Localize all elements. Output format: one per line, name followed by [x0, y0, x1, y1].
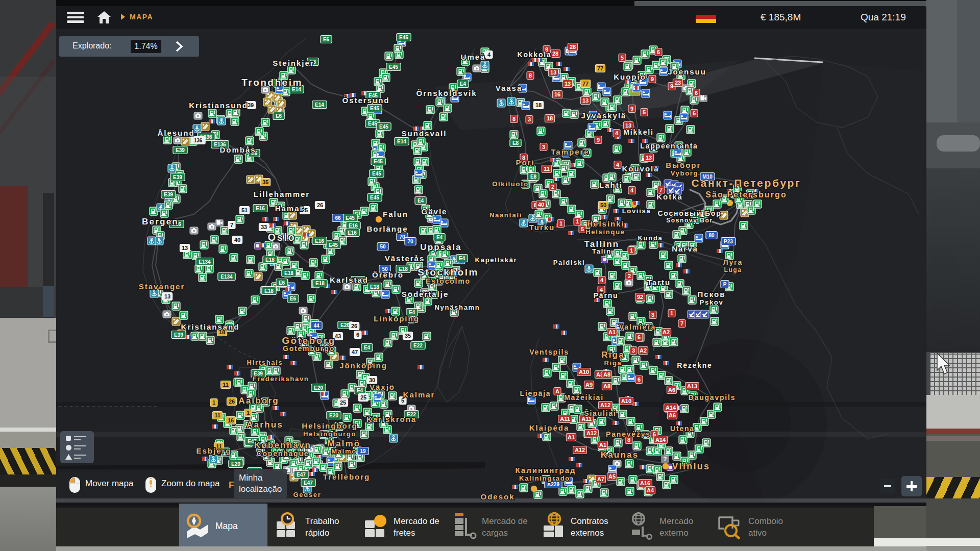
svg-text:7: 7	[230, 222, 233, 228]
svg-text:11: 11	[214, 412, 220, 418]
svg-text:13: 13	[550, 69, 556, 76]
svg-text:E18: E18	[315, 281, 325, 286]
svg-text:40: 40	[538, 202, 544, 208]
svg-text:E6: E6	[276, 113, 282, 119]
svg-text:E47: E47	[297, 472, 306, 478]
svg-text:1: 1	[212, 399, 215, 406]
svg-text:4: 4	[600, 277, 604, 283]
svg-text:16: 16	[554, 91, 560, 97]
svg-text:77: 77	[582, 81, 589, 87]
svg-text:7: 7	[680, 320, 683, 327]
svg-text:Västerås: Västerås	[385, 254, 425, 263]
svg-text:Naantali: Naantali	[489, 211, 522, 219]
svg-text:35: 35	[262, 179, 268, 185]
svg-text:Karlstad: Karlstad	[330, 276, 369, 284]
svg-text:8: 8	[529, 72, 532, 79]
svg-text:3: 3	[542, 144, 545, 150]
svg-text:26: 26	[317, 202, 323, 208]
svg-text:Loviisa: Loviisa	[622, 207, 651, 215]
svg-text:Kotka: Kotka	[656, 192, 683, 201]
svg-text:35: 35	[405, 333, 411, 339]
svg-text:E18: E18	[284, 270, 293, 276]
svg-text:39: 39	[248, 102, 254, 108]
svg-text:Södertälje: Södertälje	[402, 290, 449, 298]
svg-text:13: 13	[164, 293, 170, 299]
svg-text:136: 136	[194, 138, 203, 143]
svg-text:E16: E16	[256, 206, 265, 211]
svg-text:Псков: Псков	[698, 290, 726, 298]
svg-text:7: 7	[659, 187, 663, 193]
svg-text:A229: A229	[547, 482, 559, 487]
svg-text:E39: E39	[176, 147, 185, 153]
svg-text:Rīga: Rīga	[601, 350, 625, 360]
svg-text:92: 92	[637, 294, 643, 300]
svg-text:13: 13	[182, 245, 188, 251]
svg-text:13: 13	[582, 97, 589, 104]
svg-text:E20: E20	[314, 385, 323, 391]
svg-text:Tampere: Tampere	[551, 147, 589, 156]
svg-text:9: 9	[630, 106, 633, 112]
svg-text:40: 40	[234, 237, 240, 243]
svg-text:E14: E14	[315, 102, 324, 108]
svg-text:E14: E14	[397, 139, 406, 144]
svg-text:Nynäshamn: Nynäshamn	[435, 304, 480, 311]
svg-text:5: 5	[581, 226, 584, 232]
svg-text:Stavanger: Stavanger	[139, 282, 185, 291]
svg-text:80: 80	[708, 233, 715, 238]
svg-text:28: 28	[570, 44, 576, 50]
svg-text:1: 1	[630, 247, 633, 254]
svg-text:13: 13	[565, 81, 571, 87]
svg-text:Luga: Luga	[724, 266, 742, 273]
svg-text:11: 11	[544, 166, 550, 172]
svg-text:13: 13	[646, 155, 652, 161]
svg-text:E4: E4	[459, 256, 465, 261]
svg-text:Сосновый Бор: Сосновый Бор	[657, 209, 721, 217]
svg-text:Olkiluoto: Olkiluoto	[492, 180, 529, 188]
svg-text:50: 50	[380, 244, 386, 249]
svg-text:E6: E6	[279, 280, 285, 286]
svg-text:A13: A13	[687, 383, 697, 389]
svg-text:2: 2	[628, 273, 631, 279]
svg-text:E45: E45	[329, 242, 338, 248]
svg-text:5: 5	[621, 55, 624, 61]
svg-text:A4: A4	[647, 487, 654, 493]
svg-text:Rēzekne: Rēzekne	[677, 361, 712, 369]
svg-text:E47: E47	[304, 480, 313, 486]
svg-text:A10: A10	[621, 398, 631, 404]
svg-text:Esbjerg: Esbjerg	[196, 446, 231, 455]
svg-text:Луга: Луга	[723, 258, 743, 266]
svg-text:Kaunas: Kaunas	[601, 450, 639, 460]
svg-text:47: 47	[352, 349, 358, 355]
svg-text:A12: A12	[600, 402, 610, 408]
svg-text:Выборг: Выборг	[666, 161, 701, 169]
svg-text:E18: E18	[370, 284, 379, 290]
svg-text:Helsinki: Helsinki	[587, 219, 625, 228]
svg-text:Helsingborg: Helsingborg	[302, 421, 358, 430]
svg-text:25: 25	[360, 394, 366, 400]
svg-text:Gedser: Gedser	[293, 491, 321, 498]
svg-text:E4: E4	[364, 345, 371, 350]
svg-text:30: 30	[369, 377, 375, 383]
svg-text:Odesok: Odesok	[480, 492, 514, 501]
svg-text:Helsinque: Helsinque	[585, 228, 625, 236]
svg-text:Panevėžys: Panevėžys	[606, 430, 651, 438]
svg-text:Kaliningrado: Kaliningrado	[519, 474, 570, 482]
svg-text:Санкт-Петербург: Санкт-Петербург	[691, 177, 801, 189]
svg-text:44: 44	[313, 323, 320, 329]
svg-text:A5: A5	[608, 473, 616, 480]
svg-text:E16: E16	[348, 230, 357, 236]
svg-text:Gävle: Gävle	[422, 207, 448, 216]
svg-text:E45: E45	[370, 106, 379, 111]
svg-text:Stockholm: Stockholm	[418, 267, 479, 278]
svg-text:E20: E20	[340, 322, 350, 328]
svg-text:Borlänge: Borlänge	[366, 224, 408, 233]
svg-text:Kalmar: Kalmar	[403, 390, 435, 399]
svg-text:E8: E8	[512, 140, 519, 146]
svg-text:Vilnius: Vilnius	[672, 461, 710, 471]
svg-text:Калининград: Калининград	[515, 466, 576, 474]
svg-text:26: 26	[229, 398, 235, 405]
svg-text:Kristiansund: Kristiansund	[189, 101, 248, 110]
svg-text:70: 70	[399, 234, 405, 240]
svg-text:Aarhus: Aarhus	[247, 420, 283, 430]
svg-text:København: København	[254, 440, 311, 450]
